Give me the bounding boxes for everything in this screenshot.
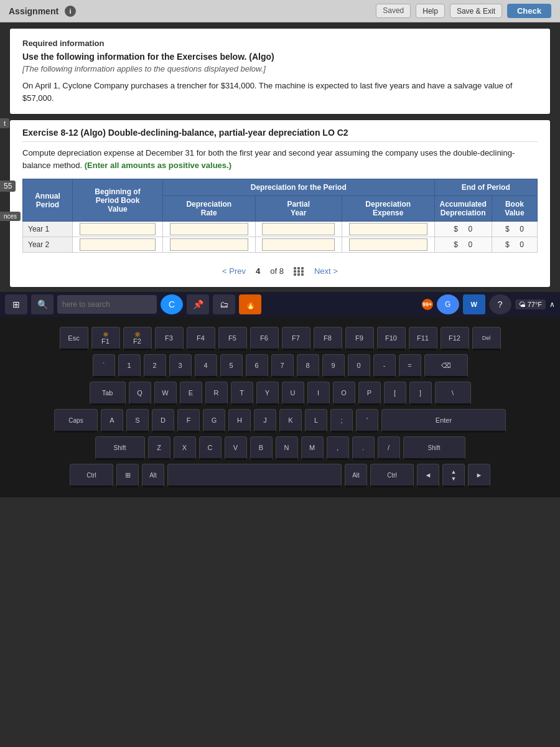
key-f2[interactable]: 🔆F2 bbox=[123, 327, 152, 350]
key-g[interactable]: G bbox=[203, 409, 225, 433]
prev-button[interactable]: < Prev bbox=[222, 266, 246, 276]
year1-partial-input[interactable] bbox=[262, 223, 335, 235]
check-button[interactable]: Check bbox=[507, 4, 551, 18]
key-del[interactable]: Del bbox=[472, 327, 501, 350]
key-f7[interactable]: F7 bbox=[282, 327, 310, 350]
taskbar-pin1-button[interactable]: 📌 bbox=[187, 294, 209, 314]
year2-rate-input[interactable] bbox=[170, 238, 248, 251]
key-f11[interactable]: F11 bbox=[409, 327, 437, 350]
key-s[interactable]: S bbox=[126, 409, 149, 433]
key-esc[interactable]: Esc bbox=[60, 327, 88, 350]
key-f4[interactable]: F4 bbox=[187, 327, 215, 350]
taskbar-pin3-button[interactable]: 🔥 bbox=[239, 294, 261, 314]
key-shift-left[interactable]: Shift bbox=[95, 436, 145, 460]
key-arrow-up[interactable]: ▲▼ bbox=[442, 464, 465, 487]
key-enter[interactable]: Enter bbox=[381, 409, 506, 433]
key-slash[interactable]: / bbox=[378, 436, 400, 460]
key-q[interactable]: Q bbox=[129, 382, 151, 405]
key-v[interactable]: V bbox=[225, 436, 247, 460]
key-x[interactable]: X bbox=[174, 436, 196, 460]
taskbar-chrome-button[interactable]: G bbox=[437, 294, 459, 314]
row-year1-beginning[interactable] bbox=[73, 222, 163, 237]
key-o[interactable]: O bbox=[333, 382, 355, 405]
row-year2-expense[interactable] bbox=[342, 237, 434, 253]
help-button[interactable]: Help bbox=[416, 4, 445, 18]
key-z[interactable]: Z bbox=[148, 436, 170, 460]
key-backspace[interactable]: ⌫ bbox=[424, 354, 468, 378]
key-f8[interactable]: F8 bbox=[314, 327, 342, 350]
key-period[interactable]: . bbox=[352, 436, 375, 460]
save-exit-button[interactable]: Save & Exit bbox=[450, 4, 502, 18]
key-semicolon[interactable]: ; bbox=[330, 409, 353, 433]
key-0[interactable]: 0 bbox=[348, 354, 370, 378]
key-9[interactable]: 9 bbox=[322, 354, 345, 378]
key-7[interactable]: 7 bbox=[271, 354, 294, 378]
key-f12[interactable]: F12 bbox=[441, 327, 469, 350]
key-f10[interactable]: F10 bbox=[377, 327, 406, 350]
key-2[interactable]: 2 bbox=[144, 354, 166, 378]
year2-expense-input[interactable] bbox=[349, 238, 427, 251]
key-c[interactable]: C bbox=[199, 436, 222, 460]
key-8[interactable]: 8 bbox=[297, 354, 319, 378]
key-e[interactable]: E bbox=[180, 382, 202, 405]
grid-icon[interactable] bbox=[294, 267, 304, 276]
row-year1-expense[interactable] bbox=[342, 222, 434, 237]
key-k[interactable]: K bbox=[279, 409, 302, 433]
key-3[interactable]: 3 bbox=[169, 354, 192, 378]
key-comma[interactable]: , bbox=[327, 436, 349, 460]
info-icon[interactable]: i bbox=[65, 6, 76, 17]
key-f9[interactable]: F9 bbox=[345, 327, 374, 350]
key-f3[interactable]: F3 bbox=[155, 327, 184, 350]
year1-rate-input[interactable] bbox=[170, 223, 248, 235]
key-a[interactable]: A bbox=[101, 409, 123, 433]
key-rbracket[interactable]: ] bbox=[409, 382, 432, 405]
key-backtick[interactable]: ` bbox=[93, 354, 115, 378]
key-apostrophe[interactable]: ' bbox=[356, 409, 378, 433]
taskbar-word-button[interactable]: W bbox=[463, 294, 485, 314]
key-minus[interactable]: - bbox=[373, 354, 396, 378]
year2-partial-input[interactable] bbox=[262, 238, 335, 251]
key-f5[interactable]: F5 bbox=[218, 327, 247, 350]
key-5[interactable]: 5 bbox=[220, 354, 243, 378]
key-equals[interactable]: = bbox=[399, 354, 421, 378]
row-year2-partial[interactable] bbox=[255, 237, 342, 253]
taskbar-search-button[interactable]: 🔍 bbox=[31, 294, 54, 314]
key-l[interactable]: L bbox=[305, 409, 327, 433]
taskbar-start-button[interactable]: ⊞ bbox=[5, 294, 27, 314]
key-ctrl-right[interactable]: Ctrl bbox=[370, 464, 414, 487]
taskbar-help-button[interactable]: ? bbox=[489, 294, 511, 314]
row-year1-rate[interactable] bbox=[162, 222, 255, 237]
key-h[interactable]: H bbox=[228, 409, 251, 433]
key-d[interactable]: D bbox=[152, 409, 174, 433]
key-w[interactable]: W bbox=[154, 382, 177, 405]
key-ctrl-left[interactable]: Ctrl bbox=[70, 464, 113, 487]
key-n[interactable]: N bbox=[276, 436, 298, 460]
key-shift-right[interactable]: Shift bbox=[403, 436, 465, 460]
row-year2-beginning[interactable] bbox=[73, 237, 163, 253]
key-i[interactable]: I bbox=[307, 382, 330, 405]
row-year2-rate[interactable] bbox=[162, 237, 255, 253]
year1-expense-input[interactable] bbox=[349, 223, 427, 235]
key-win[interactable]: ⊞ bbox=[116, 464, 139, 487]
key-lbracket[interactable]: [ bbox=[384, 382, 406, 405]
key-r[interactable]: R bbox=[205, 382, 228, 405]
taskbar-expand-button[interactable]: ∧ bbox=[549, 300, 555, 309]
key-alt-left[interactable]: Alt bbox=[142, 464, 164, 487]
key-capslock[interactable]: Caps bbox=[54, 409, 98, 433]
taskbar-search-input[interactable] bbox=[57, 295, 157, 314]
key-space[interactable] bbox=[167, 464, 342, 487]
key-alt-right[interactable]: Alt bbox=[345, 464, 367, 487]
key-arrow-left[interactable]: ◄ bbox=[417, 464, 439, 487]
key-6[interactable]: 6 bbox=[246, 354, 268, 378]
key-f6[interactable]: F6 bbox=[250, 327, 279, 350]
key-4[interactable]: 4 bbox=[195, 354, 217, 378]
row-year1-partial[interactable] bbox=[255, 222, 342, 237]
key-t[interactable]: T bbox=[231, 382, 253, 405]
key-b[interactable]: B bbox=[250, 436, 273, 460]
key-arrow-right[interactable]: ► bbox=[468, 464, 490, 487]
year1-beginning-input[interactable] bbox=[80, 223, 156, 235]
taskbar-pin2-button[interactable]: 🗂 bbox=[213, 294, 235, 314]
key-p[interactable]: P bbox=[358, 382, 381, 405]
key-backslash[interactable]: \ bbox=[435, 382, 471, 405]
key-y[interactable]: Y bbox=[256, 382, 279, 405]
